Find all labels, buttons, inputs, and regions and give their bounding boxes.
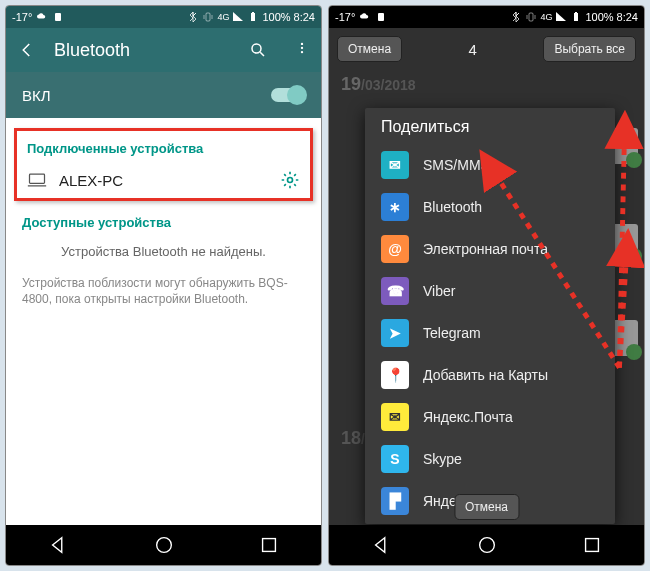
app-icon: S	[381, 445, 409, 473]
status-bar: -17° 4G 100% 8:24	[329, 6, 644, 28]
nav-recent-icon[interactable]	[581, 534, 603, 556]
temperature-indicator: -17°	[12, 11, 32, 23]
share-item[interactable]: ∗Bluetooth	[365, 186, 615, 228]
nav-recent-icon[interactable]	[258, 534, 280, 556]
share-item-label: Viber	[423, 283, 455, 299]
svg-point-4	[252, 44, 261, 53]
signal-icon	[232, 11, 244, 23]
notification-icon	[375, 11, 387, 23]
date-header-1: 19/03/2018	[329, 70, 644, 99]
svg-rect-11	[262, 539, 275, 552]
clock: 8:24	[294, 11, 315, 23]
back-icon[interactable]	[18, 41, 36, 59]
share-item-label: Bluetooth	[423, 199, 482, 215]
no-devices-text: Устройства Bluetooth не найдены.	[6, 234, 321, 269]
share-item-label: Электронная почта	[423, 241, 548, 257]
bluetooth-switch[interactable]	[271, 88, 305, 102]
bluetooth-icon	[187, 11, 199, 23]
overflow-menu-icon[interactable]	[295, 41, 309, 59]
status-bar: -17° 4G 100% 8:24	[6, 6, 321, 28]
share-item-label: Добавить на Карты	[423, 367, 548, 383]
svg-rect-2	[251, 13, 255, 21]
gallery-selection-screen: Отмена 4 Выбрать все 19/03/2018 Поделить…	[329, 28, 644, 525]
share-sheet: Поделиться ✉SMS/MMS∗Bluetooth@Электронна…	[365, 108, 615, 524]
share-item[interactable]: 📍Добавить на Карты	[365, 354, 615, 396]
bluetooth-toggle-label: ВКЛ	[22, 87, 51, 104]
share-sheet-title: Поделиться	[365, 114, 615, 144]
nav-bar	[329, 525, 644, 565]
laptop-icon	[27, 170, 47, 190]
paired-devices-label: Подключенные устройства	[25, 137, 302, 164]
svg-rect-14	[574, 13, 578, 21]
app-icon: ∗	[381, 193, 409, 221]
battery-icon	[247, 11, 259, 23]
share-item[interactable]: ➤Telegram	[365, 312, 615, 354]
share-item[interactable]: ✉Яндекс.Почта	[365, 396, 615, 438]
visibility-hint: Устройства поблизости могут обнаружить B…	[6, 269, 321, 313]
svg-rect-3	[252, 12, 254, 13]
app-icon: @	[381, 235, 409, 263]
svg-rect-17	[585, 539, 598, 552]
selection-topbar: Отмена 4 Выбрать все	[329, 28, 644, 70]
notification-icon	[52, 11, 64, 23]
svg-point-10	[156, 538, 171, 553]
selected-count: 4	[408, 41, 537, 58]
share-item[interactable]: ☎Viber	[365, 270, 615, 312]
cloud-icon	[359, 11, 371, 23]
share-item[interactable]: @Электронная почта	[365, 228, 615, 270]
nav-home-icon[interactable]	[476, 534, 498, 556]
svg-rect-12	[378, 13, 384, 21]
svg-rect-13	[529, 13, 533, 21]
app-icon: ➤	[381, 319, 409, 347]
svg-rect-8	[30, 174, 45, 183]
cloud-icon	[36, 11, 48, 23]
temperature-indicator: -17°	[335, 11, 355, 23]
annotation-highlight-box: Подключенные устройства ALEX-PC	[14, 128, 313, 201]
nav-back-icon[interactable]	[48, 534, 70, 556]
battery-percent: 100%	[585, 11, 613, 23]
phone-right: -17° 4G 100% 8:24 Отмена 4 Выбрать все 1…	[328, 5, 645, 566]
app-icon: ▛	[381, 487, 409, 515]
svg-point-16	[479, 538, 494, 553]
bluetooth-header: Bluetooth	[6, 28, 321, 72]
nav-back-icon[interactable]	[371, 534, 393, 556]
phone-left: -17° 4G 100% 8:24	[5, 5, 322, 566]
app-icon: 📍	[381, 361, 409, 389]
device-settings-icon[interactable]	[280, 170, 300, 190]
share-item-label: Skype	[423, 451, 462, 467]
cancel-button[interactable]: Отмена	[337, 36, 402, 62]
page-title: Bluetooth	[54, 40, 231, 61]
share-item-label: Telegram	[423, 325, 481, 341]
svg-point-6	[301, 47, 303, 49]
network-type: 4G	[540, 12, 552, 22]
search-icon[interactable]	[249, 41, 267, 59]
share-item[interactable]: SSkype	[365, 438, 615, 480]
available-devices-label: Доступные устройства	[6, 205, 321, 234]
share-item[interactable]: ✉SMS/MMS	[365, 144, 615, 186]
bluetooth-icon	[510, 11, 522, 23]
nav-home-icon[interactable]	[153, 534, 175, 556]
clock: 8:24	[617, 11, 638, 23]
svg-rect-1	[206, 13, 210, 21]
nav-bar	[6, 525, 321, 565]
signal-icon	[555, 11, 567, 23]
svg-rect-15	[575, 12, 577, 13]
share-cancel-button[interactable]: Отмена	[454, 494, 519, 520]
vibrate-icon	[202, 11, 214, 23]
svg-point-9	[288, 178, 293, 183]
battery-icon	[570, 11, 582, 23]
app-icon: ✉	[381, 403, 409, 431]
battery-percent: 100%	[262, 11, 290, 23]
vibrate-icon	[525, 11, 537, 23]
svg-point-7	[301, 51, 303, 53]
device-name: ALEX-PC	[59, 172, 123, 189]
app-icon: ☎	[381, 277, 409, 305]
bluetooth-toggle-row[interactable]: ВКЛ	[6, 72, 321, 118]
paired-device-row[interactable]: ALEX-PC	[25, 164, 302, 194]
select-all-button[interactable]: Выбрать все	[543, 36, 636, 62]
network-type: 4G	[217, 12, 229, 22]
svg-rect-0	[55, 13, 61, 21]
share-item-label: Яндекс.Почта	[423, 409, 513, 425]
bluetooth-content: Подключенные устройства ALEX-PC Доступны…	[6, 118, 321, 525]
svg-point-5	[301, 43, 303, 45]
